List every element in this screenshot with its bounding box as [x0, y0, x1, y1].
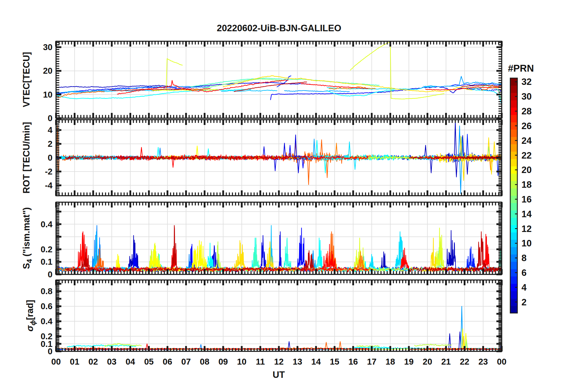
colorbar-block: [510, 247, 517, 255]
y-tick-label: 2: [48, 139, 53, 149]
colorbar-block: [510, 276, 517, 284]
colorbar-block: [510, 306, 517, 313]
chart-title: 20220602-UiB-BJN-GALILEO: [217, 23, 341, 33]
x-tick-label: 12: [274, 357, 283, 366]
x-tick-label: 22: [460, 357, 469, 366]
x-tick-label: 07: [181, 357, 191, 366]
x-tick-label: 16: [348, 357, 358, 366]
colorbar-block: [510, 159, 517, 167]
x-axis-label: UT: [273, 370, 285, 380]
y-tick-label: -2: [45, 167, 53, 176]
colorbar-block: [510, 129, 517, 137]
colorbar-tick-label: 8: [521, 253, 526, 263]
x-tick-label: 03: [107, 357, 117, 366]
y-tick-label: 0.2: [41, 332, 53, 341]
y-tick-label: 0.6: [41, 302, 53, 311]
panel-VTEC: 0102030: [43, 41, 502, 123]
colorbar-tick-label: 16: [521, 194, 532, 205]
x-tick-label: 01: [70, 357, 79, 366]
colorbar-tick-label: 28: [521, 106, 532, 116]
x-tick-label: 19: [404, 357, 414, 366]
panel-sigma_phi: 00.10.20.40.60.8: [41, 280, 502, 356]
x-tick-label: 11: [256, 357, 265, 366]
colorbar-tick-label: 24: [521, 136, 532, 146]
x-tick-label: 02: [88, 357, 98, 366]
colorbar-block: [510, 218, 517, 225]
x-tick-label: 21: [441, 357, 451, 366]
y-tick-label: 30: [43, 42, 53, 52]
y-tick-label: 0: [48, 113, 53, 123]
x-tick-label: 06: [163, 357, 172, 366]
colorbar-tick-label: 14: [521, 209, 532, 219]
colorbar-tick-label: 2: [521, 297, 526, 307]
colorbar-block: [510, 115, 517, 123]
colorbar-tick-label: 6: [521, 268, 526, 278]
colorbar-block: [510, 262, 517, 269]
colorbar-tick-label: 4: [521, 282, 527, 293]
chart-figure: 20220602-UiB-BJN-GALILEO 0102030-4-20240…: [0, 0, 561, 392]
rot-ylabel: ROT [TECU/min]: [21, 122, 32, 194]
colorbar-title: #PRN: [508, 63, 534, 74]
x-tick-label: 15: [330, 357, 339, 366]
y-tick-label: 0.4: [41, 220, 53, 229]
colorbar-block: [510, 291, 517, 299]
y-tick-label: 4: [48, 125, 53, 135]
x-tick-label: 17: [367, 357, 376, 366]
colorbar-block: [510, 144, 517, 152]
sigma-ylabel: σϕ[rad]: [25, 300, 37, 332]
colorbar-tick-label: 12: [521, 224, 532, 234]
x-tick-label: 18: [386, 357, 395, 366]
x-tick-label: 14: [311, 357, 321, 366]
colorbar-block: [510, 232, 517, 240]
colorbar-block: [510, 174, 517, 181]
colorbar-block: [510, 85, 517, 93]
vtec-ylabel: VTEC[TECU]: [21, 52, 32, 107]
y-tick-label: 0: [48, 153, 53, 162]
x-tick-label: 04: [126, 357, 135, 366]
colorbar-tick-label: 26: [521, 121, 532, 131]
x-tick-label: 20: [423, 357, 432, 366]
colorbar-tick-label: 30: [521, 91, 532, 102]
panel-S4: 00.10.20.4: [41, 202, 502, 279]
panel-ROT: -4-2024: [45, 120, 502, 196]
colorbar-tick-label: 18: [521, 179, 532, 190]
x-tick-label: 13: [293, 357, 302, 366]
colorbar-tick-label: 22: [521, 150, 532, 161]
x-tick-label: 09: [218, 357, 228, 366]
colorbar-tick-label: 20: [521, 165, 532, 175]
y-tick-label: 0: [48, 270, 53, 279]
colorbar-tick-label: 10: [521, 238, 532, 248]
colorbar-tick-label: 32: [521, 77, 532, 87]
figure-container: 20220602-UiB-BJN-GALILEO 0102030-4-20240…: [0, 0, 561, 392]
colorbar-block: [510, 100, 517, 108]
colorbar-block: [510, 203, 517, 210]
y-tick-label: 0.8: [41, 286, 53, 296]
x-tick-label: 05: [144, 357, 154, 366]
x-tick-label: 23: [478, 357, 488, 366]
x-tick-label: 00: [497, 357, 506, 366]
y-tick-label: 0.4: [41, 317, 53, 326]
y-tick-label: -4: [45, 181, 53, 190]
y-tick-label: 20: [43, 66, 53, 75]
y-tick-label: 0.2: [41, 245, 53, 254]
x-tick-label: 08: [200, 357, 209, 366]
y-tick-label: 10: [43, 90, 53, 99]
x-tick-label: 10: [237, 357, 246, 366]
colorbar-block: [510, 188, 517, 196]
y-tick-label: 0.1: [41, 257, 53, 266]
x-tick-label: 00: [51, 357, 61, 366]
